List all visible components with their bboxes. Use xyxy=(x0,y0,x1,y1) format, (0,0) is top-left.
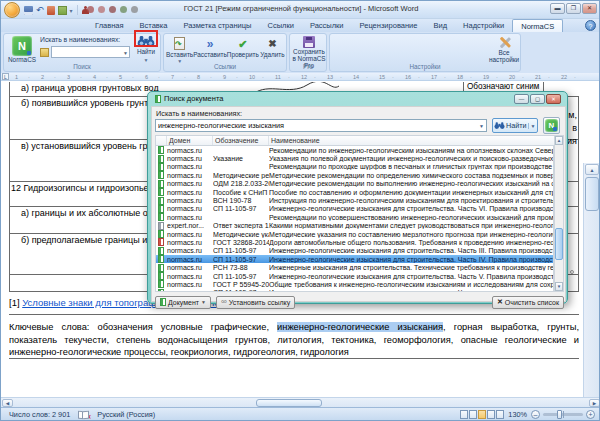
result-row-selected[interactable]: normacs.ruСП 11-105-97Инженерно-геологич… xyxy=(156,255,553,263)
ribbon-group-links: Вставить ▼ » Расставить ✔ Проверить ✖ Уд… xyxy=(163,33,287,72)
result-row[interactable]: normacs.ruСП 11-105-97Инженерно-геологич… xyxy=(156,289,553,292)
result-row[interactable]: normacs.ruГОСТ Р 55945-2014Общие требова… xyxy=(156,280,553,288)
zoom-level[interactable]: 130% xyxy=(508,410,527,419)
fullscreen-view-button[interactable] xyxy=(469,410,477,419)
normacs-button[interactable]: N NormaCS xyxy=(7,36,37,64)
scroll-up-icon[interactable]: ▲ xyxy=(555,136,563,145)
scroll-right-icon[interactable]: ▶ xyxy=(589,399,600,407)
zoom-slider-thumb[interactable] xyxy=(557,410,562,419)
document-status-icon xyxy=(158,171,164,179)
close-button[interactable]: ✕ xyxy=(582,3,597,14)
tab-Рецензирование[interactable]: Рецензирование xyxy=(352,19,426,32)
result-row[interactable]: normacs.ruСП 11-105-97Инженерно-геологич… xyxy=(156,272,553,280)
scroll-down-icon[interactable]: ▼ xyxy=(555,282,563,291)
arrange-button[interactable]: » Расставить xyxy=(193,36,227,65)
vertical-scrollbar[interactable]: ▲ ▼ ▲▲ ● xyxy=(583,163,600,421)
cell-domain: normacs.ru xyxy=(167,155,213,162)
column-domain[interactable]: Домен xyxy=(167,136,213,145)
link-icon: ∞ xyxy=(221,298,227,306)
dialog-find-button[interactable]: Найти ▼ xyxy=(492,118,538,133)
set-link-button[interactable]: ∞ Установить ссылку xyxy=(216,296,295,309)
chevron-down-icon[interactable]: ▼ xyxy=(477,123,486,129)
result-row[interactable]: normacs.ruРекомендации по инженерно-геол… xyxy=(156,146,553,154)
result-row[interactable]: normacs.ruГОСТ 32868-2014Дороги автомоби… xyxy=(156,238,553,246)
check-button[interactable]: ✔ Проверить xyxy=(227,36,259,65)
dialog-close-button[interactable]: ✕ xyxy=(546,94,561,104)
status-bar: Число слов: 2 901 ✕ Русский (Россия) 130… xyxy=(1,407,600,420)
cell-domain: normacs.ru xyxy=(167,281,213,288)
dialog-scrollbar[interactable]: ▲ ▼ xyxy=(554,135,564,292)
word-count[interactable]: Число слов: 2 901 xyxy=(9,410,70,419)
dialog-maximize-button[interactable]: ▢ xyxy=(530,94,545,104)
ribbon-search-combo[interactable]: ▼ xyxy=(40,46,130,58)
result-row[interactable]: normacs.ruУказаниеУказания по полевой до… xyxy=(156,154,553,162)
column-code[interactable]: Обозначение xyxy=(213,136,269,145)
result-row[interactable]: normacs.ruПособие к СНиП II-...Пособие п… xyxy=(156,188,553,196)
tab-Надстройки[interactable]: Надстройки xyxy=(455,19,512,32)
title-bar: ↶ ▾ ГОСТ 21 [Режим ограниченной функцион… xyxy=(1,1,600,19)
tab-selector[interactable]: L xyxy=(2,73,9,80)
clear-list-button[interactable]: ✕ Очистить список xyxy=(492,296,564,309)
dialog-search-combo[interactable]: ▼ xyxy=(155,119,487,132)
result-row[interactable]: normacs.ruСП 11-105-97Инженерно-геологич… xyxy=(156,247,553,255)
result-row[interactable]: normacs.ruВСН 190-78Инструкция по инжене… xyxy=(156,196,553,204)
dialog-result-list[interactable]: normacs.ruРекомендации по инженерно-геол… xyxy=(155,146,554,292)
cell-name: Методические рекомендации по выполнению … xyxy=(269,180,553,187)
scroll-left-icon[interactable]: ◀ xyxy=(2,399,13,407)
outline-view-button[interactable] xyxy=(487,410,495,419)
scrollbar-thumb[interactable] xyxy=(585,177,599,211)
zoom-in-icon[interactable]: + xyxy=(586,410,595,419)
result-row[interactable]: normacs.ruМетодические рек...Методически… xyxy=(156,171,553,179)
keywords-paragraph: Ключевые слова: обозначения условные гра… xyxy=(9,321,579,359)
chevron-down-icon[interactable]: ▼ xyxy=(123,50,128,56)
clipped-text-fragment: в xyxy=(572,123,577,133)
cell-name: Рекомендации по усовершенствованию инжен… xyxy=(269,214,553,221)
scrollbar-thumb[interactable] xyxy=(555,228,563,260)
horizontal-scrollbar[interactable]: ◀ ▶ xyxy=(1,397,600,407)
result-row[interactable]: normacs.ruРекомендации по усовершенствов… xyxy=(156,213,553,221)
open-in-normacs-button[interactable]: N xyxy=(543,117,560,134)
column-name[interactable]: Наименование xyxy=(269,136,563,145)
document-status-icon xyxy=(158,180,164,188)
chevron-down-icon[interactable]: ▼ xyxy=(528,123,536,129)
tab-Вид[interactable]: Вид xyxy=(425,19,455,32)
tab-Разметка страницы[interactable]: Разметка страницы xyxy=(175,19,259,32)
zoom-slider[interactable] xyxy=(543,413,583,416)
scroll-up-icon[interactable]: ▲ xyxy=(585,164,599,175)
result-row[interactable]: expert.nor...Ответ эксперта 1....Какими … xyxy=(156,222,553,230)
scrollbar-thumb[interactable] xyxy=(256,399,322,407)
help-icon[interactable]: ? xyxy=(585,20,596,31)
result-row[interactable]: normacs.ruСП 11-105-97Инженерно-геологич… xyxy=(156,205,553,213)
restore-button[interactable]: ❐ xyxy=(566,3,581,14)
proofing-icon[interactable]: ✕ xyxy=(78,410,89,418)
tab-Главная[interactable]: Главная xyxy=(87,19,132,32)
cell-code: ОДМ 218.2.033-2013 xyxy=(213,180,269,187)
search-input[interactable] xyxy=(156,121,477,130)
print-layout-view-button[interactable] xyxy=(460,410,468,419)
zoom-out-icon[interactable]: – xyxy=(531,410,540,419)
language-indicator[interactable]: Русский (Россия) xyxy=(97,410,155,419)
result-row[interactable]: normacs.ruРекомендации по проходке шурфо… xyxy=(156,163,553,171)
insert-button[interactable]: Вставить ▼ xyxy=(166,36,193,65)
dialog-body: Искать в наименованиях: ▼ Найти ▼ N Доме… xyxy=(151,106,566,302)
draft-view-button[interactable] xyxy=(496,410,504,419)
dialog-title: Поиск документа xyxy=(155,94,223,103)
result-row[interactable]: normacs.ruМетодические ука...Методически… xyxy=(156,230,553,238)
ruler[interactable]: L 1·2·3·4·5·6·7·8·9·10·11·12·13·14·15·16… xyxy=(1,73,600,81)
web-layout-view-button[interactable] xyxy=(478,410,486,419)
tab-strip: ГлавнаяВставкаРазметка страницыСсылкиРас… xyxy=(1,19,600,32)
delete-button[interactable]: ✖ Удалить xyxy=(259,36,286,65)
annotation-highlight-box xyxy=(134,30,158,47)
cell-domain: normacs.ru xyxy=(167,247,213,254)
dialog-minimize-button[interactable]: — xyxy=(514,94,529,104)
document-status-icon xyxy=(158,289,164,292)
cell-domain: normacs.ru xyxy=(167,264,213,271)
result-row[interactable]: normacs.ruОДМ 218.2.033-2013Методические… xyxy=(156,180,553,188)
result-row[interactable]: normacs.ruРСН 73-88Инженерные изыскания … xyxy=(156,263,553,271)
document-menu-button[interactable]: Документ ▼ xyxy=(155,296,211,309)
all-settings-button[interactable]: Все настройки xyxy=(488,36,520,64)
minimize-button[interactable]: ▬ xyxy=(550,3,565,14)
tab-NormaCS[interactable]: NormaCS xyxy=(512,19,563,32)
tab-Рассылки[interactable]: Рассылки xyxy=(302,19,352,32)
tab-Ссылки[interactable]: Ссылки xyxy=(259,19,301,32)
